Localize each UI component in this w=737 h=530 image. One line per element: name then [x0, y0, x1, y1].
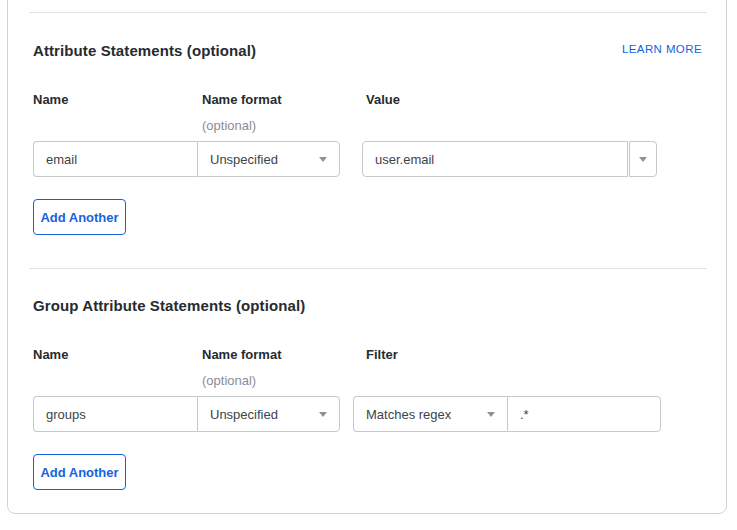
chevron-down-icon — [487, 412, 495, 417]
group-column-label-format: Name format — [202, 347, 281, 362]
attr-name-input[interactable] — [33, 141, 197, 177]
chevron-down-icon — [639, 157, 647, 162]
attribute-statements-heading: Attribute Statements (optional) — [33, 42, 256, 59]
add-another-group-attribute-button[interactable]: Add Another — [33, 454, 126, 490]
attr-column-label-format: Name format — [202, 92, 281, 107]
group-column-label-name: Name — [33, 347, 68, 362]
attr-value-input[interactable] — [362, 141, 628, 177]
chevron-down-icon — [319, 157, 327, 162]
group-attribute-statements-heading: Group Attribute Statements (optional) — [33, 297, 305, 314]
chevron-down-icon — [319, 412, 327, 417]
group-column-label-filter: Filter — [366, 347, 398, 362]
group-attr-name-input[interactable] — [33, 396, 197, 432]
section-divider-middle — [29, 268, 707, 269]
settings-panel — [7, 0, 727, 514]
attr-column-label-name: Name — [33, 92, 68, 107]
group-attr-filter-selected-value: Matches regex — [366, 407, 451, 422]
attr-value-dropdown-button[interactable] — [629, 141, 657, 177]
attr-name-format-select[interactable]: Unspecified — [197, 141, 340, 177]
learn-more-link[interactable]: LEARN MORE — [620, 43, 702, 55]
group-attr-filter-value-input[interactable] — [507, 396, 661, 432]
group-format-optional-note: (optional) — [202, 373, 256, 388]
group-attr-filter-select[interactable]: Matches regex — [353, 396, 507, 432]
add-another-attribute-button[interactable]: Add Another — [33, 199, 126, 235]
group-attr-name-format-selected-value: Unspecified — [210, 407, 278, 422]
attr-column-label-value: Value — [366, 92, 400, 107]
attr-name-format-selected-value: Unspecified — [210, 152, 278, 167]
group-attr-name-format-select[interactable]: Unspecified — [197, 396, 340, 432]
section-divider-top — [29, 12, 707, 13]
attr-format-optional-note: (optional) — [202, 118, 256, 133]
